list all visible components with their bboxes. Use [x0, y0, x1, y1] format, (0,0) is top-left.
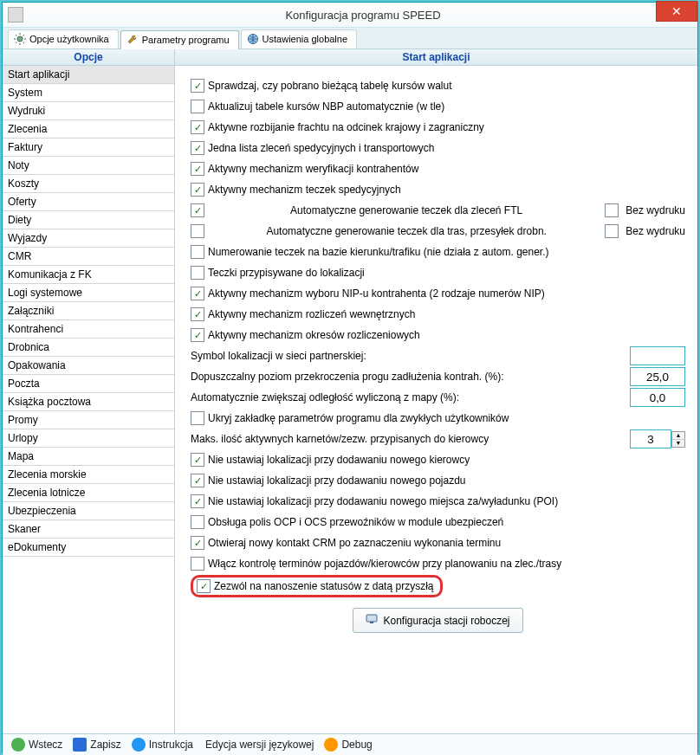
checkbox[interactable] [605, 203, 619, 217]
text-input[interactable] [630, 346, 685, 365]
checkbox[interactable] [191, 494, 204, 508]
setting-row: Automatycznie zwiększaj odległość wylicz… [191, 388, 685, 407]
sidebar-item[interactable]: Zlecenia lotnicze [3, 484, 174, 502]
checkbox[interactable] [191, 79, 204, 93]
sidebar-item[interactable]: Załączniki [3, 302, 174, 320]
checkbox[interactable] [197, 579, 211, 593]
checkbox[interactable] [191, 328, 204, 342]
sidebar-item[interactable]: Skaner [3, 520, 174, 539]
checkbox[interactable] [191, 453, 204, 467]
info-icon [132, 738, 146, 752]
setting-label: Ukryj zakładkę parametrów programu dla z… [208, 412, 509, 424]
sidebar-item[interactable]: CMR [3, 248, 174, 266]
disk-icon [73, 738, 87, 752]
instruction-button[interactable]: Instrukcja [132, 738, 193, 752]
back-button[interactable]: Wstecz [11, 738, 62, 752]
sidebar-item[interactable]: Zlecenia [3, 120, 174, 139]
sidebar-list[interactable]: Start aplikacjiSystemWydrukiZleceniaFakt… [3, 66, 174, 733]
sidebar-item[interactable]: Noty [3, 157, 174, 175]
setting-row: Jedna lista zleceń spedycyjnych i transp… [191, 139, 685, 158]
sidebar-header: Opcje [3, 49, 174, 66]
tab-label: Opcje użytkownika [29, 34, 109, 44]
checkbox[interactable] [191, 515, 204, 529]
settings-form: Sprawdzaj, czy pobrano bieżącą tabelę ku… [175, 66, 697, 733]
sidebar-item[interactable]: Ubezpieczenia [3, 502, 174, 520]
checkbox[interactable] [191, 474, 204, 487]
checkbox[interactable] [191, 100, 204, 113]
sidebar-item[interactable]: Mapa [3, 448, 174, 466]
sidebar-item[interactable]: Diety [3, 211, 174, 229]
checkbox[interactable] [191, 183, 204, 197]
workstation-config-button[interactable]: Konfiguracja stacji roboczej [353, 608, 522, 633]
spinner-input[interactable] [630, 429, 671, 448]
checkbox[interactable] [191, 162, 204, 176]
tab-user-options[interactable]: Opcje użytkownika [8, 29, 119, 48]
sidebar-item[interactable]: Urlopy [3, 429, 174, 448]
setting-label: Aktywny mechanizm okresów rozliczeniowyc… [208, 329, 420, 341]
setting-row: Aktywny mechanizm wyboru NIP-u kontrahen… [191, 284, 685, 303]
checkbox[interactable] [191, 120, 204, 134]
sidebar: Opcje Start aplikacjiSystemWydrukiZlecen… [3, 49, 175, 733]
setting-row: Aktywny mechanizm weryfikacji kontrahent… [191, 159, 685, 178]
sidebar-item[interactable]: Książka pocztowa [3, 393, 174, 411]
setting-row: Włącz kontrolę terminów pojazdów/kierowc… [191, 554, 685, 573]
setting-label: Zezwól na nanoszenie statusów z datą prz… [214, 580, 433, 592]
debug-button[interactable]: Debug [324, 738, 372, 752]
checkbox[interactable] [191, 224, 204, 238]
setting-label: Aktywny mechanizm teczek spedycyjnych [208, 184, 401, 196]
sidebar-item[interactable]: Poczta [3, 375, 174, 393]
dialog-window: Konfiguracja programu SPEED ✕ Opcje użyt… [2, 2, 698, 753]
checkbox[interactable] [191, 411, 204, 425]
sidebar-item[interactable]: eDokumenty [3, 539, 174, 557]
tab-program-params[interactable]: Parametry programu [120, 30, 239, 49]
sidebar-item[interactable]: Wydruki [3, 102, 174, 120]
sidebar-item[interactable]: Oferty [3, 193, 174, 211]
setting-label: Aktualizuj tabele kursów NBP automatyczn… [208, 100, 444, 113]
svg-rect-2 [366, 615, 377, 622]
text-input[interactable] [630, 388, 685, 407]
setting-label: Symbol lokalizacji w sieci partnerskiej: [191, 350, 366, 362]
spinner-buttons[interactable]: ▲▼ [671, 431, 685, 448]
checkbox[interactable] [605, 224, 619, 238]
sidebar-item[interactable]: Opakowania [3, 357, 174, 375]
sidebar-item[interactable]: Drobnica [3, 339, 174, 357]
window-title: Konfiguracja programu SPEED [29, 9, 697, 22]
setting-row: Otwieraj nowy kontakt CRM po zaznaczeniu… [191, 533, 685, 552]
toolbar-footer: Wstecz Zapisz Instrukcja Edycja wersji j… [3, 733, 697, 755]
close-button[interactable]: ✕ [656, 1, 697, 22]
side-option: Bez wydruku [605, 224, 685, 238]
number-spinner[interactable]: ▲▼ [630, 429, 685, 448]
checkbox[interactable] [191, 266, 204, 280]
setting-label: Numerowanie teczek na bazie kierunku/tra… [208, 246, 549, 258]
sidebar-item[interactable]: Promy [3, 411, 174, 429]
sidebar-item[interactable]: Faktury [3, 139, 174, 157]
setting-label: Jedna lista zleceń spedycyjnych i transp… [208, 142, 434, 154]
content-area: Opcje Start aplikacjiSystemWydrukiZlecen… [3, 49, 697, 733]
setting-label: Aktywny mechanizm weryfikacji kontrahent… [208, 163, 418, 175]
setting-row: Numerowanie teczek na bazie kierunku/tra… [191, 242, 685, 261]
globe-icon [247, 33, 259, 45]
arrow-left-icon [11, 738, 25, 752]
checkbox[interactable] [191, 245, 204, 259]
checkbox[interactable] [191, 287, 204, 300]
setting-label: Nie ustawiaj lokalizacji przy dodawaniu … [208, 474, 466, 487]
sidebar-item[interactable]: Zlecenia morskie [3, 466, 174, 484]
checkbox[interactable] [191, 141, 204, 155]
tab-global-settings[interactable]: Ustawienia globalne [241, 29, 357, 48]
sidebar-item[interactable]: System [3, 84, 174, 102]
checkbox[interactable] [191, 203, 204, 217]
lang-edit-button[interactable]: Edycja wersji językowej [205, 739, 314, 751]
checkbox[interactable] [191, 536, 204, 550]
sidebar-item[interactable]: Logi systemowe [3, 284, 174, 302]
sidebar-item[interactable]: Kontrahenci [3, 320, 174, 339]
save-button[interactable]: Zapisz [73, 738, 120, 752]
text-input[interactable] [630, 367, 685, 386]
setting-label: Dopuszczalny poziom przekroczenia progu … [191, 371, 504, 383]
sidebar-item[interactable]: Start aplikacji [3, 66, 174, 84]
sidebar-item[interactable]: Koszty [3, 175, 174, 193]
sidebar-item[interactable]: Wyjazdy [3, 229, 174, 248]
checkbox[interactable] [191, 557, 204, 571]
sidebar-item[interactable]: Komunikacja z FK [3, 266, 174, 284]
setting-row: Nie ustawiaj lokalizacji przy dodawaniu … [191, 492, 685, 511]
checkbox[interactable] [191, 307, 204, 321]
